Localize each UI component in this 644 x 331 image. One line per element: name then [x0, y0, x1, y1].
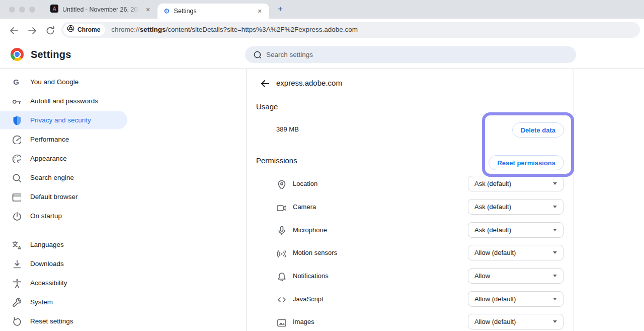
svg-text:A: A	[52, 6, 56, 12]
permission-label: Images	[293, 318, 314, 325]
permission-row-camera: Camera Ask (default)	[246, 195, 574, 219]
dropdown-caret-icon	[553, 182, 557, 185]
delete-data-button[interactable]: Delete data	[512, 122, 564, 138]
sidebar-item-reset-settings[interactable]: Reset settings	[0, 311, 127, 330]
sidebar-item-label: Privacy and security	[30, 116, 91, 124]
sidebar-item-on-startup[interactable]: On startup	[0, 206, 127, 225]
sidebar-item-performance[interactable]: Performance	[0, 129, 127, 149]
location-permission-select[interactable]: Ask (default)	[468, 176, 564, 191]
settings-header: Settings	[0, 40, 644, 69]
sidebar-item-label: System	[30, 298, 53, 306]
sidebar-item-accessibility[interactable]: Accessibility	[0, 273, 127, 292]
sidebar-item-autofill[interactable]: Autofill and passwords	[0, 91, 127, 110]
settings-content: G You and Google Autofill and passwords …	[0, 69, 644, 331]
url-text: chrome://settings/content/siteDetails?si…	[111, 26, 358, 33]
sidebar-divider	[0, 230, 127, 230]
tab-untitled[interactable]: A Untitled - November 26, 202 ×	[44, 0, 157, 19]
window-zoom-button[interactable]	[29, 7, 35, 13]
selected-value: Allow (default)	[474, 249, 516, 256]
reload-icon[interactable]	[43, 24, 55, 36]
tab-settings[interactable]: ⚙ Settings ×	[157, 4, 269, 19]
usage-section-label: Usage	[256, 102, 278, 111]
site-name: express.adobe.com	[276, 79, 342, 87]
speedometer-icon	[11, 134, 21, 144]
palette-icon	[11, 153, 21, 163]
chrome-chip[interactable]: Chrome	[63, 24, 105, 36]
sidebar-item-label: You and Google	[30, 78, 78, 86]
permission-row-javascript: JavaScript Allow (default)	[246, 287, 574, 310]
permissions-list: Location Ask (default) Camera Ask (defau…	[246, 172, 574, 331]
back-icon[interactable]	[7, 24, 19, 36]
chrome-logo-icon	[11, 48, 24, 61]
images-icon	[276, 317, 286, 327]
selected-value: Allow	[474, 272, 490, 280]
chrome-mono-logo-icon	[67, 25, 74, 34]
microphone-icon	[276, 225, 286, 235]
dropdown-caret-icon	[553, 206, 557, 208]
images-permission-select[interactable]: Allow (default)	[468, 314, 564, 329]
tab-title: Untitled - November 26, 202	[62, 6, 139, 13]
dropdown-caret-icon	[553, 320, 557, 323]
address-bar[interactable]: Chrome chrome://settings/content/siteDet…	[61, 22, 640, 38]
permission-row-images: Images Allow (default)	[246, 310, 574, 331]
back-arrow-icon[interactable]	[259, 78, 269, 88]
selected-value: Ask (default)	[474, 226, 511, 234]
sidebar-item-label: Languages	[30, 241, 64, 248]
permission-row-motion-sensors: Motion sensors Allow (default)	[246, 241, 574, 264]
sidebar-item-appearance[interactable]: Appearance	[0, 149, 127, 168]
motion-sensors-permission-select[interactable]: Allow (default)	[468, 245, 564, 260]
settings-search-input[interactable]	[266, 51, 569, 58]
permission-row-notifications: Notifications Allow	[246, 264, 574, 288]
microphone-permission-select[interactable]: Ask (default)	[468, 222, 564, 238]
permission-label: Microphone	[293, 226, 327, 234]
sidebar-item-privacy-and-security[interactable]: Privacy and security	[0, 111, 127, 129]
permission-label: Notifications	[293, 272, 329, 280]
translate-icon: A	[11, 239, 21, 249]
permission-row-location: Location Ask (default)	[246, 172, 574, 195]
window-minimize-button[interactable]	[19, 7, 25, 13]
window-close-button[interactable]	[9, 7, 15, 13]
url-path: /content/siteDetails?site=https%3A%2F%2F…	[166, 26, 358, 33]
forward-icon[interactable]	[25, 24, 37, 36]
sidebar-item-label: Performance	[30, 136, 69, 143]
browser-toolbar: Chrome chrome://settings/content/siteDet…	[0, 19, 644, 40]
search-icon	[252, 49, 261, 60]
tab-strip: A Untitled - November 26, 202 × ⚙ Settin…	[0, 0, 644, 19]
dropdown-caret-icon	[553, 298, 557, 300]
download-icon	[11, 258, 21, 269]
settings-sidebar: G You and Google Autofill and passwords …	[0, 69, 151, 330]
google-g-icon: G	[11, 77, 21, 87]
sidebar-item-search-engine[interactable]: Search engine	[0, 168, 127, 187]
new-tab-button[interactable]: +	[273, 3, 287, 17]
tab-close-icon[interactable]: ×	[143, 5, 152, 14]
reset-permissions-button[interactable]: Reset permissions	[489, 155, 564, 170]
dropdown-caret-icon	[553, 275, 557, 277]
javascript-permission-select[interactable]: Allow (default)	[468, 291, 564, 307]
settings-search[interactable]	[245, 46, 576, 63]
sidebar-item-system[interactable]: System	[0, 292, 127, 311]
settings-gear-favicon-icon: ⚙	[164, 8, 170, 15]
adobe-express-favicon-icon: A	[50, 5, 58, 14]
sidebar-item-label: Accessibility	[30, 279, 67, 287]
sidebar-item-languages[interactable]: A Languages	[0, 235, 127, 254]
sidebar-item-downloads[interactable]: Downloads	[0, 254, 127, 273]
sidebar-item-label: Appearance	[30, 155, 67, 162]
sidebar-item-default-browser[interactable]: Default browser	[0, 187, 127, 206]
camera-permission-select[interactable]: Ask (default)	[468, 199, 564, 215]
permission-label: JavaScript	[293, 295, 324, 303]
selected-value: Ask (default)	[474, 203, 511, 211]
selected-value: Allow (default)	[474, 295, 516, 303]
sidebar-item-label: Downloads	[30, 260, 64, 268]
sidebar-item-you-and-google[interactable]: G You and Google	[0, 72, 127, 91]
tab-close-icon[interactable]: ×	[255, 7, 264, 16]
svg-text:A: A	[18, 245, 21, 250]
url-scheme: chrome://	[111, 26, 139, 33]
permission-label: Location	[293, 180, 317, 187]
dropdown-caret-icon	[553, 229, 557, 231]
sidebar-item-label: Search engine	[30, 174, 74, 181]
browser-window-icon	[11, 191, 21, 202]
notifications-permission-select[interactable]: Allow	[468, 268, 564, 284]
window-controls	[0, 7, 44, 13]
reset-icon	[11, 316, 21, 326]
javascript-icon	[276, 294, 286, 304]
